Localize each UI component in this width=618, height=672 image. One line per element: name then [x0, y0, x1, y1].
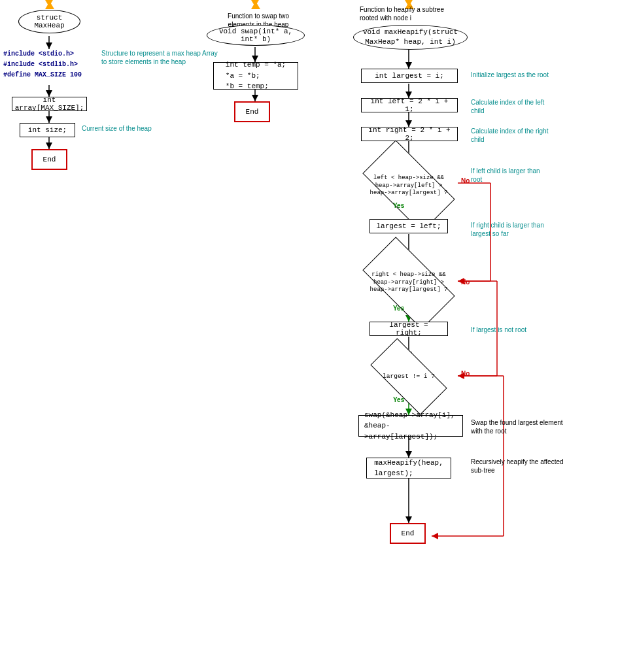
- top-arrow-swap: [251, 1, 260, 9]
- struct-maxheap-label: struct MaxHeap: [26, 14, 73, 29]
- size-label: int size;: [28, 126, 67, 134]
- if-left-label: If left child is larger than root: [471, 167, 549, 184]
- left-label-text: Calculate index of the left child: [471, 99, 544, 114]
- includes-text: #include <stdio.h> #include <stdlib.h> #…: [3, 49, 95, 80]
- largest-left-node: largest = left;: [369, 219, 448, 233]
- svg-marker-11: [252, 95, 258, 101]
- swap-call-label: Swap the found largest element with the …: [471, 418, 566, 435]
- svg-marker-39: [405, 451, 412, 458]
- end3-node: End: [390, 523, 426, 544]
- heapify-func-text: void maxHeapify(structMaxHeap* heap, int…: [363, 27, 458, 48]
- if-right-label: If right child is larger than largest so…: [471, 221, 559, 238]
- swap-call-label-text: Swap the found largest element with the …: [471, 419, 563, 435]
- end2-label: End: [246, 108, 259, 116]
- no2-label: No: [461, 278, 470, 286]
- right-label-text: Calculate index of the right child: [471, 127, 548, 143]
- init-label-text: Initialize largest as the root: [471, 71, 549, 78]
- struct-maxheap-node: struct MaxHeap: [18, 10, 80, 33]
- code-block: #include <stdio.h> #include <stdlib.h> #…: [3, 49, 95, 80]
- left-calc-text: int left = 2 * i + 1;: [367, 97, 452, 113]
- heapify-func-node: void maxHeapify(structMaxHeap* heap, int…: [353, 25, 468, 50]
- if-not-root-text: If largest is not root: [471, 326, 526, 333]
- init-label: Initialize largest as the root: [471, 71, 549, 79]
- yes2-text: Yes: [393, 305, 404, 312]
- swap-call-node: swap(&heap->array[i],&heap->array[larges…: [358, 415, 463, 437]
- if-right-label-text: If right child is larger than largest so…: [471, 222, 544, 237]
- yes3-text: Yes: [393, 396, 404, 403]
- right-calc-node: int right = 2 * i + 2;: [361, 127, 458, 141]
- yes3-label: Yes: [393, 395, 404, 404]
- yes1-text: Yes: [393, 202, 404, 209]
- yes2-label: Yes: [393, 304, 404, 312]
- swap-body-text: int temp = *a; *a = *b; *b = temp;: [226, 59, 286, 92]
- if-left-label-text: If left child is larger than root: [471, 167, 540, 183]
- end3-label: End: [402, 529, 415, 537]
- no3-text: No: [461, 370, 470, 377]
- struct-label-text: Structure to represent a max heap Array …: [101, 50, 218, 65]
- size-node: int size;: [20, 123, 75, 137]
- heapify-func-label: Function to heapify a subtree rooted wit…: [360, 5, 458, 22]
- end2-node: End: [234, 101, 270, 122]
- largest-init-node: int largest = i;: [361, 69, 458, 83]
- swap-func-node: void swap(int* a, int* b): [207, 25, 305, 46]
- diamond2-node: right < heap->size &&heap->array[right] …: [363, 257, 455, 309]
- diamond3-node: largest != i ?: [369, 355, 448, 397]
- svg-marker-7: [46, 143, 52, 149]
- left-index-label: Calculate index of the left child: [471, 98, 549, 115]
- recursive-label: Recursively heapify the affected sub-tre…: [471, 458, 566, 475]
- end1-label: End: [43, 156, 56, 163]
- array-label: int array[MAX_SIZE];: [15, 96, 84, 112]
- svg-marker-13: [405, 62, 412, 69]
- end1-node: End: [31, 149, 67, 170]
- right-index-label: Calculate index of the right child: [471, 127, 549, 144]
- no1-label: No: [461, 176, 470, 185]
- yes1-label: Yes: [393, 201, 404, 210]
- svg-marker-5: [46, 116, 52, 123]
- no1-text: No: [461, 177, 470, 184]
- svg-marker-1: [46, 42, 52, 49]
- right-calc-text: int right = 2 * i + 2;: [367, 126, 452, 142]
- largest-right-text: largest = right;: [375, 321, 442, 337]
- recursive-call-node: maxHeapify(heap,largest);: [366, 458, 451, 479]
- heapify-label-text: Function to heapify a subtree rooted wit…: [360, 6, 444, 22]
- largest-left-text: largest = left;: [376, 222, 441, 230]
- no2-text: No: [461, 278, 470, 286]
- size-label-content: Current size of the heap: [82, 125, 152, 132]
- left-calc-node: int left = 2 * i + 1;: [361, 98, 458, 112]
- flowchart-diagram: struct MaxHeap #include <stdio.h> #inclu…: [0, 0, 618, 672]
- swap-call-text: swap(&heap->array[i],&heap->array[larges…: [364, 410, 457, 443]
- if-not-root-label: If largest is not root: [471, 326, 549, 334]
- size-label-text: Current size of the heap: [82, 124, 160, 133]
- swap-func-text: void swap(int* a, int* b): [214, 27, 298, 43]
- recursive-label-text: Recursively heapify the affected sub-tre…: [471, 458, 564, 474]
- largest-right-node: largest = right;: [369, 322, 448, 336]
- recursive-call-text: maxHeapify(heap,largest);: [374, 458, 443, 479]
- struct-label: Structure to represent a max heap Array …: [101, 49, 219, 66]
- diamond1-node: left < heap->size &&heap->array[left] >h…: [363, 160, 455, 212]
- top-arrow-struct: [45, 1, 54, 9]
- svg-marker-45: [405, 516, 412, 523]
- no3-label: No: [461, 369, 470, 378]
- array-node: int array[MAX_SIZE];: [12, 97, 87, 111]
- largest-init-text: int largest = i;: [375, 72, 444, 80]
- swap-body-node: int temp = *a; *a = *b; *b = temp;: [213, 62, 298, 90]
- svg-marker-44: [432, 533, 438, 539]
